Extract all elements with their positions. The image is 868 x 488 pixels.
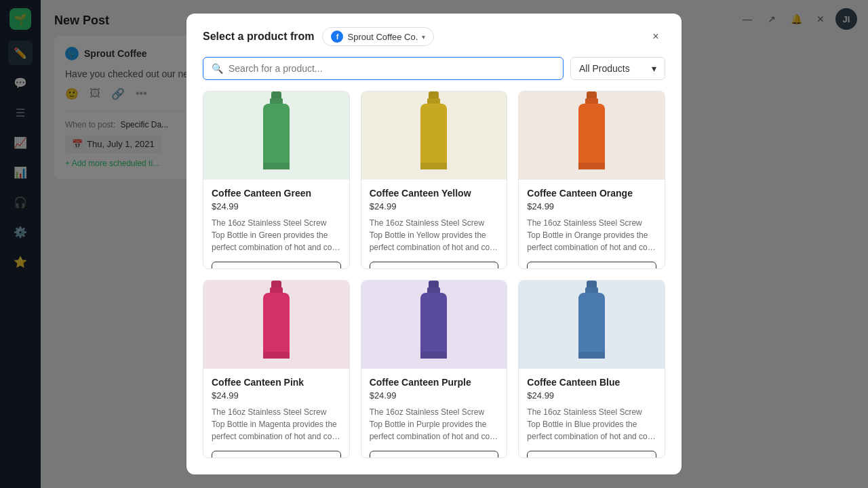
filter-dropdown[interactable]: All Products ▾ [570, 57, 665, 80]
product-description: The 16oz Stainless Steel Screw Top Bottl… [212, 217, 341, 253]
insert-product-link-button[interactable]: Insert product link [527, 451, 656, 458]
svg-rect-18 [420, 293, 447, 357]
product-description: The 16oz Stainless Steel Screw Top Bottl… [212, 406, 341, 443]
bottle-svg [573, 281, 610, 369]
bottle-svg [258, 281, 295, 369]
bottle-svg [415, 281, 452, 369]
svg-rect-23 [578, 352, 605, 359]
product-card: Coffee Canteen Blue $24.99 The 16oz Stai… [518, 280, 665, 458]
product-image [203, 281, 349, 369]
chevron-down-icon: ▾ [422, 33, 425, 41]
product-image [519, 281, 665, 369]
product-name: Coffee Canteen Yellow [370, 188, 499, 199]
product-description: The 16oz Stainless Steel Screw Top Bottl… [527, 406, 656, 443]
product-name: Coffee Canteen Blue [527, 377, 656, 388]
modal-close-button[interactable]: × [646, 27, 665, 46]
bottle-svg [258, 92, 295, 180]
insert-product-link-button[interactable]: Insert product link [212, 451, 341, 458]
insert-product-link-button[interactable]: Insert product link [370, 451, 499, 458]
insert-product-link-button[interactable]: Insert product link [527, 262, 656, 269]
product-description: The 16oz Stainless Steel Screw Top Bottl… [370, 406, 499, 443]
product-info: Coffee Canteen Yellow $24.99 The 16oz St… [361, 180, 507, 262]
product-card: Coffee Canteen Orange $24.99 The 16oz St… [518, 91, 665, 269]
search-input[interactable] [229, 58, 555, 79]
svg-rect-10 [578, 104, 605, 168]
svg-rect-3 [263, 163, 290, 169]
modal-header: Select a product from f Sprout Coffee Co… [186, 14, 682, 57]
product-name: Coffee Canteen Green [212, 188, 341, 199]
product-card: Coffee Canteen Purple $24.99 The 16oz St… [361, 280, 508, 458]
insert-product-link-button[interactable]: Insert product link [370, 262, 499, 269]
filter-label: All Products [579, 63, 630, 74]
product-price: $24.99 [527, 390, 656, 401]
product-description: The 16oz Stainless Steel Screw Top Bottl… [370, 217, 499, 253]
product-image [361, 281, 507, 369]
product-name: Coffee Canteen Purple [370, 377, 499, 388]
product-info: Coffee Canteen Pink $24.99 The 16oz Stai… [203, 369, 349, 451]
product-select-modal: Select a product from f Sprout Coffee Co… [186, 14, 682, 474]
brand-name: Sprout Coffee Co. [347, 32, 418, 42]
product-image [361, 92, 507, 180]
product-info: Coffee Canteen Green $24.99 The 16oz Sta… [203, 180, 349, 262]
modal-title: Select a product from [203, 30, 314, 43]
svg-rect-15 [263, 352, 290, 359]
product-price: $24.99 [212, 201, 341, 211]
search-icon: 🔍 [212, 63, 223, 74]
product-info: Coffee Canteen Blue $24.99 The 16oz Stai… [519, 369, 665, 451]
product-card: Coffee Canteen Green $24.99 The 16oz Sta… [203, 91, 350, 269]
products-grid: Coffee Canteen Green $24.99 The 16oz Sta… [186, 91, 682, 474]
product-price: $24.99 [370, 201, 499, 211]
svg-rect-11 [578, 163, 605, 169]
product-name: Coffee Canteen Pink [212, 377, 341, 388]
filter-chevron-icon: ▾ [652, 63, 656, 74]
insert-product-link-button[interactable]: Insert product link [212, 262, 341, 269]
svg-rect-7 [420, 163, 447, 169]
svg-rect-6 [420, 104, 447, 168]
product-price: $24.99 [212, 390, 341, 401]
product-image [519, 92, 665, 180]
product-description: The 16oz Stainless Steel Screw Top Bottl… [527, 217, 656, 253]
product-price: $24.99 [370, 390, 499, 401]
product-info: Coffee Canteen Orange $24.99 The 16oz St… [519, 180, 665, 262]
svg-rect-19 [420, 352, 447, 359]
brand-selector[interactable]: f Sprout Coffee Co. ▾ [322, 27, 434, 46]
product-image [203, 92, 349, 180]
product-name: Coffee Canteen Orange [527, 188, 656, 199]
svg-rect-14 [263, 293, 290, 357]
bottle-svg [415, 92, 452, 180]
product-card: Coffee Canteen Pink $24.99 The 16oz Stai… [203, 280, 350, 458]
svg-rect-2 [263, 104, 290, 168]
svg-rect-22 [578, 293, 605, 357]
search-box: 🔍 [203, 57, 564, 80]
facebook-icon: f [331, 30, 343, 43]
modal-overlay: Select a product from f Sprout Coffee Co… [0, 0, 868, 488]
bottle-svg [573, 92, 610, 180]
product-price: $24.99 [527, 201, 656, 211]
product-info: Coffee Canteen Purple $24.99 The 16oz St… [361, 369, 507, 451]
modal-title-row: Select a product from f Sprout Coffee Co… [203, 27, 434, 46]
search-bar-row: 🔍 All Products ▾ [186, 57, 682, 91]
product-card: Coffee Canteen Yellow $24.99 The 16oz St… [361, 91, 508, 269]
